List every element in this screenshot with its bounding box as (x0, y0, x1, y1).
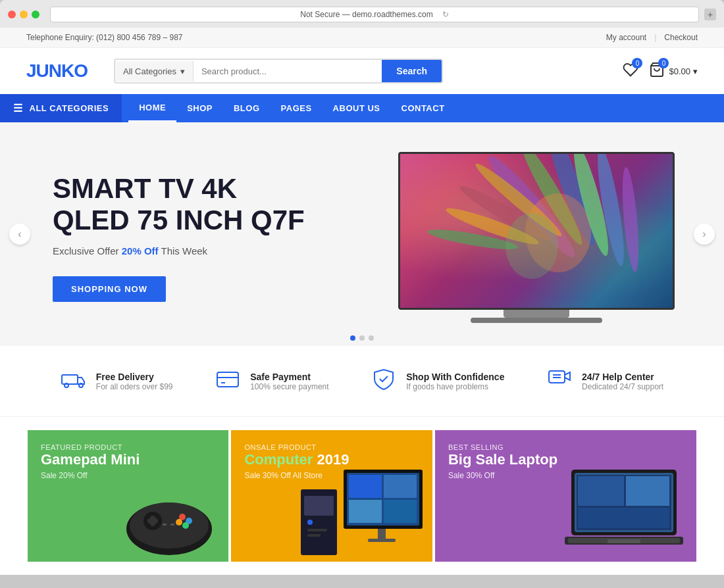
my-account-link[interactable]: My account (606, 33, 646, 42)
svg-point-12 (505, 213, 558, 279)
hero-dot-3[interactable] (369, 335, 374, 341)
nav-home[interactable]: HOME (128, 95, 176, 122)
nav-about[interactable]: ABOUT US (323, 95, 391, 121)
svg-rect-16 (217, 372, 238, 387)
hero-title: SMART TV 4K QLED 75 INCH Q7F (53, 173, 375, 237)
products-section: Featured Product Gamepad Mini Sale 20% O… (0, 417, 724, 575)
nav-pages[interactable]: PAGES (271, 95, 323, 121)
hero-text: SMART TV 4K QLED 75 INCH Q7F Exclusive O… (53, 173, 375, 303)
svg-rect-39 (384, 475, 417, 498)
minimize-button[interactable] (20, 11, 28, 18)
checkout-link[interactable]: Checkout (664, 33, 698, 42)
svg-rect-47 (578, 476, 624, 506)
cart-chevron-icon: ▾ (693, 66, 698, 76)
product-computer-name: Computer 2019 (244, 451, 349, 468)
svg-rect-49 (578, 508, 669, 528)
product-gamepad-sale: Sale 20% Off (41, 471, 140, 480)
feature-help-title: 24/7 Help Center (582, 372, 663, 382)
nav-blog[interactable]: BLOG (223, 95, 271, 121)
svg-point-14 (65, 383, 68, 387)
cart-total: $0.00 ▾ (669, 66, 698, 76)
tv-base (471, 318, 602, 323)
product-computer-type: OnSale Product (244, 443, 349, 451)
nav-shop[interactable]: SHOP (176, 95, 223, 121)
feature-delivery-text: Free Delivery For all oders over $99 (96, 372, 173, 391)
product-laptop-name: Big Sale Laptop (448, 451, 557, 468)
top-bar-right: My account | Checkout (606, 33, 698, 42)
product-computer-label: OnSale Product Computer 2019 Sale 30% Of… (244, 443, 349, 480)
reload-icon[interactable]: ↻ (442, 10, 449, 19)
confidence-icon (371, 366, 397, 397)
wishlist-icon[interactable]: 0 (623, 62, 638, 80)
logo[interactable]: JUNKO (26, 61, 88, 82)
product-card-computer[interactable]: OnSale Product Computer 2019 Sale 30% Of… (231, 430, 432, 562)
product-laptop-label: Best Selling Big Sale Laptop Sale 30% Of… (448, 443, 557, 480)
header: JUNKO All Categories ▾ Search 0 (0, 48, 724, 94)
header-icons: 0 0 $0.00 ▾ (623, 62, 698, 80)
maximize-button[interactable] (32, 11, 39, 18)
tv-image (398, 152, 675, 323)
feature-help-text: 24/7 Help Center Dedicated 24/7 support (582, 372, 663, 391)
hero-cta-button[interactable]: SHOPPING NOW (53, 276, 166, 302)
feature-payment-text: Safe Payment 100% secure payment (250, 372, 328, 391)
hero-dot-1[interactable] (350, 335, 355, 341)
svg-point-28 (176, 519, 182, 526)
feature-payment-title: Safe Payment (250, 372, 328, 382)
feature-help: 24/7 Help Center Dedicated 24/7 support (546, 366, 663, 397)
cart-icon[interactable]: 0 $0.00 ▾ (649, 62, 698, 80)
product-gamepad-type: Featured Product (41, 443, 140, 451)
search-button[interactable]: Search (382, 60, 442, 82)
svg-point-15 (79, 383, 83, 387)
svg-rect-43 (368, 539, 396, 542)
search-input[interactable] (194, 61, 382, 82)
feature-confidence: Shop With Confidence If goods have probl… (371, 366, 504, 397)
address-bar[interactable]: Not Secure — demo.roadthemes.com ↻ (50, 7, 699, 22)
product-laptop-type: Best Selling (448, 443, 557, 451)
hero-prev-button[interactable]: ‹ (9, 224, 30, 245)
nav-contact[interactable]: CONTACT (391, 95, 455, 121)
feature-delivery: Free Delivery For all oders over $99 (61, 366, 173, 397)
svg-rect-38 (349, 475, 382, 498)
gamepad-illustration (116, 476, 222, 562)
hero-dots (350, 335, 374, 341)
product-computer-sale: Sale 30% Off All Store (244, 471, 349, 480)
phone-number: Telephone Enquiry: (012) 800 456 789 – 9… (26, 33, 183, 42)
laptop-illustration (558, 463, 690, 562)
new-tab-button[interactable]: + (704, 9, 716, 20)
hero-next-button[interactable]: › (694, 224, 715, 245)
svg-point-27 (182, 522, 189, 529)
hero-dot-2[interactable] (359, 335, 365, 341)
top-bar: Telephone Enquiry: (012) 800 456 789 – 9… (0, 28, 724, 48)
tv-content-svg (400, 154, 675, 310)
chevron-down-icon: ▾ (180, 66, 185, 76)
feature-confidence-title: Shop With Confidence (406, 372, 504, 382)
svg-point-19 (130, 502, 209, 549)
feature-payment-desc: 100% secure payment (250, 382, 328, 391)
svg-rect-42 (378, 529, 386, 539)
payment-icon (215, 366, 241, 397)
category-dropdown[interactable]: All Categories ▾ (115, 61, 194, 82)
hamburger-icon: ☰ (13, 102, 23, 114)
nav-links: HOME SHOP BLOG PAGES ABOUT US CONTACT (122, 94, 461, 122)
svg-rect-40 (349, 500, 382, 523)
product-card-laptop[interactable]: Best Selling Big Sale Laptop Sale 30% Of… (435, 430, 696, 562)
hero-image (375, 152, 698, 323)
feature-confidence-text: Shop With Confidence If goods have probl… (406, 372, 504, 391)
wishlist-badge: 0 (632, 58, 642, 68)
product-card-gamepad[interactable]: Featured Product Gamepad Mini Sale 20% O… (28, 430, 228, 562)
features-section: Free Delivery For all oders over $99 Saf… (0, 346, 724, 417)
svg-point-33 (307, 520, 313, 525)
help-icon (546, 366, 573, 397)
svg-point-24 (150, 521, 155, 526)
search-container: All Categories ▾ Search (114, 59, 443, 84)
svg-rect-34 (307, 529, 327, 531)
feature-payment: Safe Payment 100% secure payment (215, 366, 328, 397)
all-categories-label: ALL CATEGORIES (30, 103, 109, 113)
browser-window: Not Secure — demo.roadthemes.com ↻ + Tel… (0, 0, 724, 575)
all-categories-menu[interactable]: ☰ ALL CATEGORIES (0, 94, 122, 122)
close-button[interactable] (8, 11, 16, 18)
divider: | (654, 33, 656, 42)
browser-content: Telephone Enquiry: (012) 800 456 789 – 9… (0, 28, 724, 575)
svg-rect-41 (384, 500, 417, 523)
category-label: All Categories (123, 66, 176, 76)
